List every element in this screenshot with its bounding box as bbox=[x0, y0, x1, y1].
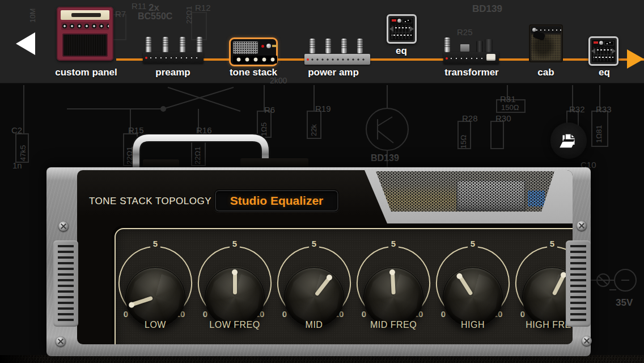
eq-screen bbox=[402, 19, 412, 23]
knob-high-freq[interactable]: 5 0 10 HIGH FREQ bbox=[512, 229, 573, 344]
schematic-label: BD139 bbox=[371, 153, 399, 163]
folder-open-icon bbox=[557, 129, 581, 153]
schematic-label: R31 bbox=[500, 94, 516, 104]
drag-right-arrow-icon bbox=[410, 26, 414, 32]
app-window: R7R112xBC550CR1210M22Ω1BD139R252k00R3115… bbox=[0, 0, 644, 363]
topology-selector[interactable]: Studio Equalizer bbox=[214, 189, 339, 212]
chain-item-power-amp[interactable] bbox=[304, 39, 370, 65]
vu-meter bbox=[486, 54, 495, 61]
schematic-label: R16 bbox=[196, 125, 212, 135]
section-title: TONE STACK TOPOLOGY bbox=[89, 196, 211, 207]
tone-stack-mesh bbox=[233, 41, 258, 54]
panel-top-latch bbox=[143, 159, 179, 168]
knob-mid[interactable]: 5 0 10 MID bbox=[274, 229, 354, 344]
vent-right bbox=[566, 240, 591, 327]
tone-stack-knob bbox=[266, 44, 271, 48]
chain-item-tone-stack-selected[interactable] bbox=[229, 37, 278, 66]
schematic-label: R30 bbox=[495, 113, 511, 123]
amp-grille bbox=[62, 33, 108, 57]
topology-value: Studio Equalizer bbox=[230, 194, 324, 208]
schematic-label: R6 bbox=[264, 105, 275, 115]
preamp-faceplate bbox=[143, 52, 204, 64]
knob-low-freq[interactable]: 5 0 10 LOW FREQ bbox=[195, 229, 274, 344]
screw bbox=[582, 336, 592, 346]
knobs-row: 5 0 10 LOW 5 0 bbox=[116, 229, 573, 344]
tone-stack-knob-row bbox=[233, 56, 277, 64]
knob-low[interactable]: 5 0 10 LOW bbox=[116, 229, 195, 344]
amp-display-slot bbox=[71, 13, 101, 17]
knob-dial[interactable] bbox=[284, 267, 344, 327]
tone-stack-panel: TONE STACK TOPOLOGY Studio Equalizer 5 0… bbox=[46, 167, 591, 356]
screw bbox=[56, 336, 66, 347]
eq-screen bbox=[604, 41, 614, 45]
chain-item-eq-raised[interactable] bbox=[387, 14, 417, 44]
transformer-capacitor bbox=[485, 39, 493, 52]
power-amp-faceplate bbox=[304, 54, 370, 65]
eq-led-display bbox=[392, 19, 396, 22]
chain-item-eq-2[interactable] bbox=[588, 36, 618, 66]
chain-item-preamp[interactable] bbox=[143, 37, 205, 64]
drag-left-arrow-icon bbox=[389, 26, 393, 32]
tone-stack-badge bbox=[272, 45, 277, 47]
knob-mid-freq[interactable]: 5 0 10 MID FREQ bbox=[354, 229, 433, 344]
tolex-strip bbox=[0, 355, 644, 363]
drag-right-arrow-icon bbox=[612, 48, 616, 54]
eq-slider-grid bbox=[392, 25, 412, 39]
schematic-label: 22Ω1 bbox=[125, 147, 134, 164]
knob-section: 5 0 10 LOW 5 0 bbox=[115, 228, 573, 344]
signal-chain-bar: custom panel preamp tone stack bbox=[0, 0, 644, 83]
schematic-label: C2 bbox=[11, 125, 22, 135]
schematic-label: R33 bbox=[596, 104, 612, 114]
chain-label-custom-panel[interactable]: custom panel bbox=[38, 67, 134, 78]
eq-knob bbox=[599, 41, 603, 45]
chain-label-power-amp[interactable]: power amp bbox=[285, 67, 382, 78]
cab-grille bbox=[531, 35, 561, 60]
transformer-faceplate bbox=[443, 52, 499, 64]
power-amp-tubes bbox=[310, 39, 363, 53]
screw bbox=[58, 221, 69, 231]
schematic-label: R19 bbox=[315, 104, 331, 113]
knob-dial[interactable] bbox=[125, 267, 185, 327]
knob-high[interactable]: 5 0 10 HIGH bbox=[433, 229, 512, 344]
schematic-label: 22k bbox=[310, 124, 318, 136]
amp-knob-row bbox=[61, 22, 109, 30]
transformer-block bbox=[460, 44, 469, 52]
forward-arrow-icon[interactable] bbox=[627, 49, 644, 69]
vent-left bbox=[53, 240, 78, 327]
knob-dial[interactable] bbox=[205, 267, 265, 327]
schematic-label: 47k5 bbox=[19, 145, 27, 161]
schematic-label: 1n bbox=[12, 161, 22, 170]
eq-led-display bbox=[594, 41, 598, 44]
knob-dial[interactable] bbox=[522, 267, 573, 327]
schematic-label: R15 bbox=[128, 125, 144, 135]
eq-knob bbox=[397, 19, 401, 23]
drag-left-arrow-icon bbox=[591, 48, 595, 54]
transformer-capacitor bbox=[476, 41, 483, 52]
schematic-label: 150Ω bbox=[501, 103, 519, 112]
schematic-label: 22Ω1 bbox=[193, 147, 202, 164]
schematic-label: 35V bbox=[616, 297, 633, 309]
schematic-label: R32 bbox=[569, 104, 585, 114]
panel-inner: TONE STACK TOPOLOGY Studio Equalizer 5 0… bbox=[77, 170, 573, 344]
preamp-tubes bbox=[146, 37, 202, 54]
schematic-label: R28 bbox=[462, 113, 478, 123]
schematic-label: 15Ω bbox=[459, 135, 468, 149]
knob-dial[interactable] bbox=[443, 267, 503, 327]
screw bbox=[577, 221, 587, 231]
transformer-tube bbox=[444, 37, 450, 52]
knob-dial[interactable] bbox=[363, 267, 423, 327]
eq-slider-grid bbox=[594, 47, 613, 61]
chain-item-transformer[interactable] bbox=[443, 37, 499, 64]
tone-stack-led bbox=[261, 45, 264, 48]
chain-item-cab[interactable] bbox=[529, 24, 563, 62]
open-preset-button[interactable] bbox=[550, 123, 587, 159]
schematic-label: 1Ω81 bbox=[595, 125, 603, 143]
schematic-label: 1Ω5 bbox=[260, 123, 268, 136]
chain-label-eq-2[interactable]: eq bbox=[556, 67, 644, 78]
chain-item-custom-panel[interactable] bbox=[57, 7, 113, 61]
back-arrow-icon[interactable] bbox=[16, 32, 35, 55]
